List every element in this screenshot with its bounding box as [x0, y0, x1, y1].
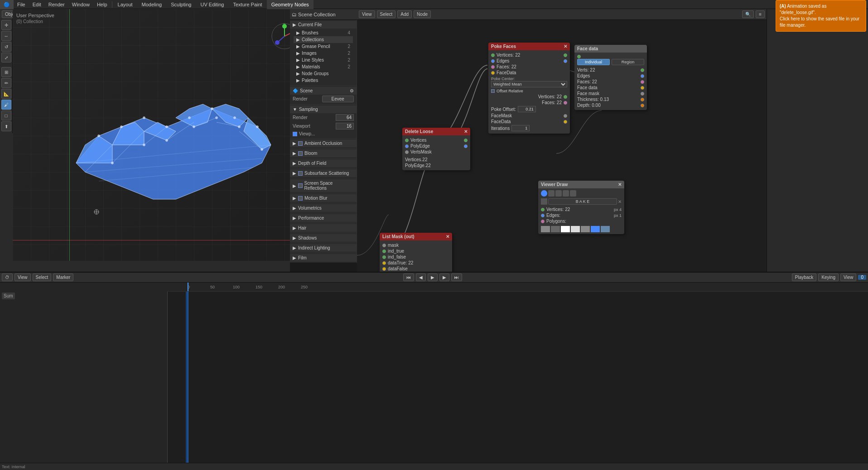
- node-view-btn[interactable]: View: [359, 10, 375, 18]
- playback-btn[interactable]: Playback: [792, 273, 817, 281]
- measure-tool[interactable]: 📐: [1, 89, 11, 99]
- node-select-btn[interactable]: Select: [377, 10, 396, 18]
- timeline-view-btn[interactable]: View: [14, 273, 31, 281]
- tab-layout[interactable]: Layout: [113, 0, 137, 9]
- swatch-4[interactable]: [571, 226, 580, 232]
- timeline-tracks-area[interactable]: [168, 292, 868, 463]
- node-filter-btn[interactable]: ≡: [756, 10, 765, 18]
- scale-tool[interactable]: ⤢: [1, 53, 11, 62]
- dl-vertsmask-socket-in[interactable]: [405, 150, 409, 154]
- il-header[interactable]: ▶ Indirect Lighting: [290, 244, 357, 252]
- perf-header[interactable]: ▶ Performance: [290, 214, 357, 222]
- node-editor[interactable]: View Select Add Node 🔍 ≡ Poke Faces ✕: [357, 9, 767, 272]
- poke-center-dropdown[interactable]: Weighted Mean: [491, 81, 567, 87]
- fd-faces22-socket[interactable]: [641, 80, 644, 84]
- tab-sculpting[interactable]: Sculpting: [166, 0, 196, 9]
- delete-loose-node[interactable]: Delete Loose ✕ Vertices PolyEdge VertsMa…: [402, 128, 470, 170]
- fd-facedata-socket[interactable]: [641, 86, 644, 90]
- dl-polyedge-socket-out[interactable]: [464, 144, 468, 148]
- viewport-canvas[interactable]: X Y Z User Perspective (0) Collection: [13, 9, 290, 261]
- individual-btn[interactable]: Individual: [577, 59, 610, 65]
- collections-row[interactable]: ▶ Collections: [294, 36, 353, 43]
- menu-file[interactable]: File: [14, 0, 29, 9]
- vd-verts-socket-in[interactable]: [541, 208, 545, 211]
- sss-header[interactable]: ▶ Subsurface Scattering: [290, 169, 357, 177]
- sss-checkbox[interactable]: [298, 171, 303, 176]
- node-add-btn[interactable]: Add: [397, 10, 412, 18]
- viewer-icon-4[interactable]: [563, 190, 569, 197]
- summary-channel[interactable]: Sum: [2, 293, 15, 299]
- viewport-samples-value[interactable]: 16: [336, 123, 354, 129]
- render-samples-value[interactable]: 64: [336, 114, 354, 121]
- dl-verts-socket-out[interactable]: [464, 139, 468, 142]
- film-header[interactable]: ▶ Film: [290, 254, 357, 262]
- line-styles-row[interactable]: ▶ Line Styles 2: [294, 57, 353, 63]
- node-search-btn[interactable]: 🔍: [742, 10, 754, 18]
- cursor-tool[interactable]: ✛: [1, 20, 11, 30]
- tab-geometry-nodes[interactable]: Geometry Nodes: [267, 0, 313, 9]
- poke-facedata-out-socket[interactable]: [564, 120, 567, 124]
- tab-modeling[interactable]: Modeling: [137, 0, 167, 9]
- viewport-3d[interactable]: Object Mode View Select Add Object GN Gl…: [0, 9, 290, 272]
- viewport-denoising-checkbox[interactable]: [293, 132, 297, 136]
- poke-offset-value[interactable]: 0.21: [518, 106, 536, 112]
- lm-mask-socket[interactable]: [382, 244, 386, 247]
- menu-edit[interactable]: Edit: [29, 0, 45, 9]
- render-engine-dropdown[interactable]: Eevee: [322, 96, 354, 102]
- poke-verts-socket-out[interactable]: [564, 53, 567, 57]
- scene-header[interactable]: 🔷 Scene ⚙: [290, 87, 357, 95]
- viewer-draw-close-icon[interactable]: ✕: [618, 182, 622, 187]
- fd-verts-socket[interactable]: [641, 68, 644, 72]
- vd-edges-socket-in[interactable]: [541, 214, 545, 217]
- fd-depth-socket[interactable]: [641, 104, 644, 107]
- dl-polyedge-socket-in[interactable]: [405, 144, 409, 148]
- timeline-marker-btn[interactable]: Marker: [53, 273, 73, 281]
- hair-header[interactable]: ▶ Hair: [290, 224, 357, 232]
- fd-thickness-socket[interactable]: [641, 98, 644, 101]
- move-tool[interactable]: ↔: [1, 31, 11, 41]
- viewer-icon-2[interactable]: [548, 190, 555, 197]
- list-mask-close-icon[interactable]: ✕: [446, 234, 449, 239]
- ssr-header[interactable]: ▶ Screen Space Reflections: [290, 179, 357, 192]
- region-btn[interactable]: Region: [612, 59, 644, 65]
- lm-datafalse-socket[interactable]: [382, 267, 386, 271]
- node-node-btn[interactable]: Node: [414, 10, 431, 18]
- sampling-header[interactable]: ▼ Sampling: [290, 106, 357, 113]
- poke-verts-out-socket[interactable]: [564, 95, 567, 99]
- poke-facedata-socket-in[interactable]: [491, 71, 495, 75]
- viewer-icon-5[interactable]: [570, 190, 576, 197]
- frame-indicator[interactable]: 0: [858, 275, 866, 280]
- list-mask-node[interactable]: List Mask (out) ✕ mask ind_true ind_fals…: [380, 233, 452, 272]
- swatch-1[interactable]: [541, 226, 550, 232]
- viewer-draw-node[interactable]: Viewer Draw ✕ B A K E ✕: [538, 181, 624, 234]
- node-canvas[interactable]: Poke Faces ✕ Vertices: 22 Edges Faces: 2…: [357, 20, 767, 272]
- motion-blur-header[interactable]: ▶ Motion Blur: [290, 194, 357, 202]
- transform-tool[interactable]: ⊞: [1, 67, 11, 77]
- dl-verts-socket-in[interactable]: [405, 139, 409, 142]
- mb-checkbox[interactable]: [298, 196, 303, 201]
- palettes-row[interactable]: ▶ Palettes: [294, 77, 353, 84]
- poke-edges-socket-out[interactable]: [564, 59, 567, 63]
- fd-facemask-socket[interactable]: [641, 92, 644, 96]
- vd-polygons-socket-in[interactable]: [541, 220, 545, 223]
- bloom-checkbox[interactable]: [298, 151, 303, 156]
- prev-frame-btn[interactable]: ◀: [416, 273, 426, 281]
- play-btn[interactable]: ▶: [428, 273, 438, 281]
- timeline-view2-btn[interactable]: View: [840, 273, 857, 281]
- bake-x-icon[interactable]: ✕: [618, 199, 622, 204]
- timeline-select-btn[interactable]: Select: [33, 273, 52, 281]
- tab-texture-paint[interactable]: Texture Paint: [228, 0, 266, 9]
- bake-btn[interactable]: B A K E: [548, 198, 617, 205]
- lm-ind-false-socket[interactable]: [382, 255, 386, 259]
- bloom-header[interactable]: ▶ Bloom: [290, 149, 357, 157]
- ao-checkbox[interactable]: [298, 141, 303, 146]
- extrude-tool[interactable]: ⬆: [1, 121, 11, 131]
- next-frame-btn[interactable]: ▶: [439, 273, 449, 281]
- scene-tools-icon[interactable]: ⚙: [350, 88, 354, 93]
- materials-row[interactable]: ▶ Materials 2: [294, 63, 353, 70]
- fd-edges-socket[interactable]: [641, 74, 644, 78]
- images-row[interactable]: ▶ Images 2: [294, 50, 353, 57]
- grease-pencil-row[interactable]: ▶ Grease Pencil 2: [294, 43, 353, 50]
- menu-render[interactable]: Render: [45, 0, 68, 9]
- fd-conn-socket[interactable]: [577, 55, 581, 58]
